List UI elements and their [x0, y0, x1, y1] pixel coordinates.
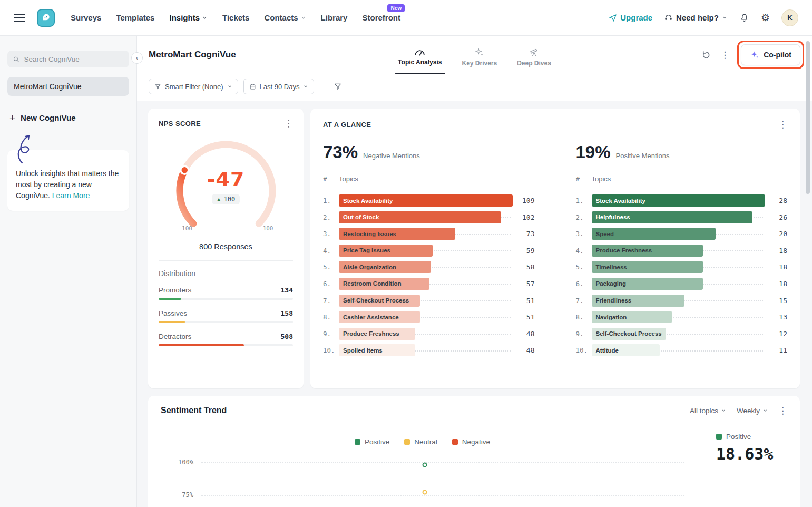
interval-dropdown[interactable]: Weekly — [737, 407, 768, 415]
topic-bar[interactable]: Out of Stock — [339, 211, 501, 223]
topic-rank: 9. — [576, 330, 592, 338]
topic-bar[interactable]: Price Tag Issues — [339, 245, 433, 257]
trend-data-point[interactable] — [423, 490, 427, 495]
positive-topics-list: 1.Stock Availability282.Helpfulness263.S… — [576, 194, 788, 356]
topic-count: 18 — [765, 263, 787, 271]
topic-rank: 9. — [323, 330, 339, 338]
topic-bar-track: Speed — [592, 228, 766, 240]
topic-bar[interactable]: Timeliness — [592, 261, 703, 273]
distribution-value: 134 — [281, 286, 293, 294]
nps-gauge: -47 ▲ 100 -100 100 — [165, 137, 287, 238]
distribution-track — [159, 344, 293, 346]
topic-bar[interactable]: Friendliness — [592, 295, 685, 307]
topic-bar-track: Self-Checkout Process — [592, 328, 766, 340]
header-more-menu[interactable]: ⋮ — [720, 50, 729, 60]
positive-legend-swatch — [716, 434, 722, 440]
settings-gear-icon[interactable]: ⚙ — [761, 12, 770, 24]
nav-item-templates[interactable]: Templates — [116, 13, 154, 22]
page-title: MetroMart CogniVue — [149, 50, 236, 60]
funnel-filter-icon[interactable] — [334, 82, 342, 91]
topic-bar[interactable]: Self-Checkout Process — [339, 295, 420, 307]
topic-bar[interactable]: Cashier Assistance — [339, 311, 420, 323]
topic-bar[interactable]: Navigation — [592, 311, 672, 323]
sentiment-trend-card: Sentiment Trend All topics Weekly ⋮ — [148, 396, 800, 507]
need-help-menu[interactable]: Need help? — [664, 13, 728, 22]
new-cognivue-button[interactable]: + New CogniVue — [7, 113, 129, 123]
topic-count: 28 — [765, 197, 787, 204]
refresh-icon[interactable] — [701, 50, 711, 60]
topic-row: 7.Friendliness15 — [576, 295, 788, 307]
nav-item-insights[interactable]: Insights — [169, 13, 208, 22]
copilot-button[interactable]: Co-pilot — [741, 44, 800, 65]
topic-bar-track: Out of Stock — [339, 211, 513, 223]
bird-logo-icon — [41, 13, 51, 23]
topic-bar-track: Spoiled Items — [339, 344, 513, 356]
avatar[interactable]: K — [781, 9, 798, 26]
topic-bar[interactable]: Speed — [592, 228, 716, 240]
topic-bar[interactable]: Packaging — [592, 278, 703, 290]
divider — [159, 260, 293, 261]
hamburger-menu-icon[interactable] — [14, 12, 25, 24]
app-logo[interactable] — [37, 9, 55, 27]
nav-item-contacts[interactable]: Contacts — [264, 13, 306, 22]
topic-bar[interactable]: Aisle Organization — [339, 261, 431, 273]
nps-distribution-list: Promoters134Passives158Detractors508 — [159, 286, 293, 346]
negative-pct-label: Negative Mentions — [363, 152, 420, 160]
topic-bar[interactable]: Attitude — [592, 344, 660, 356]
topic-row: 7.Self-Checkout Process51 — [323, 295, 535, 307]
tab-topic-analysis[interactable]: Topic Analysis — [395, 43, 445, 74]
distribution-label: Passives — [159, 309, 187, 317]
topic-rank: 6. — [323, 280, 339, 288]
chevron-down-icon — [722, 15, 728, 21]
date-range-dropdown[interactable]: Last 90 Days — [243, 79, 315, 94]
search-input[interactable] — [24, 55, 124, 63]
sparkle-icon — [474, 47, 485, 57]
promo-card: Unlock insights that matters the most by… — [7, 150, 129, 211]
gridline — [201, 495, 684, 496]
nav-item-library[interactable]: Library — [321, 13, 348, 22]
chevron-down-icon — [227, 84, 232, 89]
main-area: MetroMart CogniVue Topic Analysis Key Dr… — [137, 36, 812, 507]
chevron-down-icon — [303, 84, 308, 89]
topic-rank: 3. — [323, 230, 339, 238]
all-topics-dropdown[interactable]: All topics — [690, 407, 726, 415]
distribution-track — [159, 321, 293, 323]
distribution-row: Passives158 — [159, 309, 293, 323]
tab-deep-dives[interactable]: Deep Dives — [514, 43, 554, 74]
distribution-fill — [159, 298, 181, 300]
top-nav: Surveys Templates Insights Tickets Conta… — [0, 0, 812, 36]
distribution-fill — [159, 321, 185, 323]
headset-icon — [664, 13, 673, 22]
topic-count: 109 — [513, 197, 535, 204]
topic-bar[interactable]: Restroom Condition — [339, 278, 429, 290]
trend-data-point[interactable] — [423, 462, 427, 467]
topic-bar[interactable]: Restocking Issues — [339, 228, 455, 240]
dashboard-content: NPS SCORE ⋮ -47 ▲ 100 -100 — [137, 101, 812, 507]
topic-bar[interactable]: Produce Freshness — [592, 245, 703, 257]
nav-item-storefront[interactable]: Storefront New — [362, 13, 400, 22]
vertical-scrollbar[interactable] — [806, 41, 810, 194]
topic-bar[interactable]: Stock Availability — [592, 194, 766, 207]
topic-bar[interactable]: Spoiled Items — [339, 344, 415, 356]
learn-more-link[interactable]: Learn More — [52, 191, 90, 200]
notifications-bell-icon[interactable] — [739, 13, 749, 23]
sidebar-item-metromart[interactable]: MetroMart CogniVue — [7, 77, 129, 96]
upgrade-button[interactable]: Upgrade — [609, 13, 652, 22]
tab-key-drivers[interactable]: Key Drivers — [458, 43, 500, 74]
divider — [324, 81, 324, 92]
topic-bar[interactable]: Self-Checkout Process — [592, 328, 666, 340]
trend-card-menu[interactable]: ⋮ — [778, 405, 787, 416]
glance-card-menu[interactable]: ⋮ — [778, 119, 787, 130]
sidebar: MetroMart CogniVue + New CogniVue Unlock… — [0, 36, 137, 507]
smart-filter-dropdown[interactable]: Smart Filter (None) — [149, 79, 238, 94]
nav-item-tickets[interactable]: Tickets — [222, 13, 249, 22]
nps-card-menu[interactable]: ⋮ — [284, 118, 293, 129]
upgrade-rocket-icon — [609, 14, 617, 22]
sentiment-trend-title: Sentiment Trend — [161, 406, 227, 415]
nav-item-surveys[interactable]: Surveys — [71, 13, 101, 22]
main-header: MetroMart CogniVue Topic Analysis Key Dr… — [137, 36, 812, 74]
topic-bar[interactable]: Stock Availability — [339, 194, 513, 207]
sidebar-collapse-button[interactable]: ‹ — [131, 52, 143, 64]
topic-bar[interactable]: Produce Freshness — [339, 328, 415, 340]
topic-bar[interactable]: Helpfulness — [592, 211, 753, 223]
